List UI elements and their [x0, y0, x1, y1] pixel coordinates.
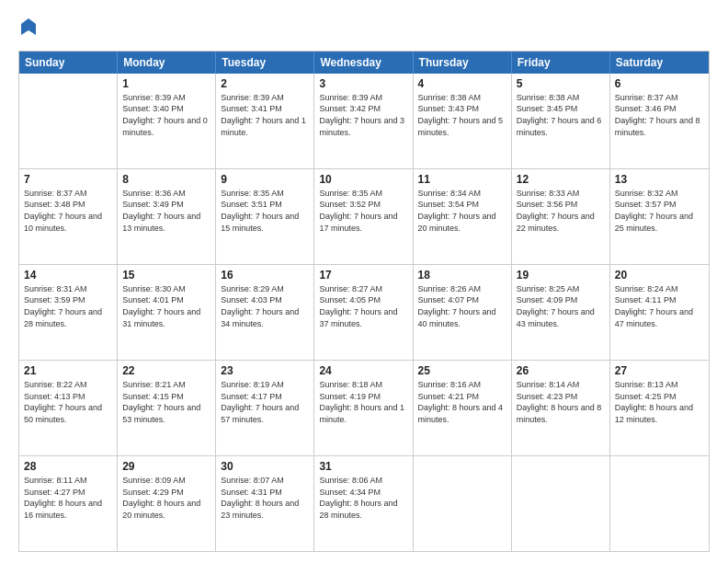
day-number: 15 — [122, 269, 210, 282]
weekday-header-sunday: Sunday — [19, 52, 118, 74]
cell-info: Sunrise: 8:27 AM Sunset: 4:05 PM Dayligh… — [319, 283, 407, 329]
calendar-cell-7: 7Sunrise: 8:37 AM Sunset: 3:48 PM Daylig… — [19, 169, 118, 264]
calendar-cell-13: 13Sunrise: 8:32 AM Sunset: 3:57 PM Dayli… — [610, 169, 709, 264]
calendar-row-1: 7Sunrise: 8:37 AM Sunset: 3:48 PM Daylig… — [19, 168, 709, 264]
calendar-cell-18: 18Sunrise: 8:26 AM Sunset: 4:07 PM Dayli… — [414, 265, 512, 360]
cell-info: Sunrise: 8:37 AM Sunset: 3:46 PM Dayligh… — [615, 92, 704, 138]
cell-info: Sunrise: 8:06 AM Sunset: 4:34 PM Dayligh… — [319, 475, 407, 521]
day-number: 31 — [319, 460, 407, 473]
calendar-cell-9: 9Sunrise: 8:35 AM Sunset: 3:51 PM Daylig… — [216, 169, 314, 264]
day-number: 24 — [319, 364, 407, 377]
day-number: 10 — [319, 173, 407, 186]
day-number: 13 — [615, 173, 704, 186]
calendar-cell-16: 16Sunrise: 8:29 AM Sunset: 4:03 PM Dayli… — [216, 265, 314, 360]
calendar-cell-17: 17Sunrise: 8:27 AM Sunset: 4:05 PM Dayli… — [314, 265, 413, 360]
day-number: 1 — [122, 77, 210, 90]
page: SundayMondayTuesdayWednesdayThursdayFrid… — [0, 0, 728, 563]
calendar-header: SundayMondayTuesdayWednesdayThursdayFrid… — [19, 52, 709, 74]
calendar-cell-27: 27Sunrise: 8:13 AM Sunset: 4:25 PM Dayli… — [610, 361, 709, 455]
day-number: 8 — [122, 173, 210, 186]
logo-icon — [20, 17, 37, 37]
day-number: 12 — [517, 173, 605, 186]
calendar-cell-8: 8Sunrise: 8:36 AM Sunset: 3:49 PM Daylig… — [118, 169, 216, 264]
day-number: 9 — [221, 173, 309, 186]
calendar-cell-5: 5Sunrise: 8:38 AM Sunset: 3:45 PM Daylig… — [512, 74, 610, 168]
cell-info: Sunrise: 8:18 AM Sunset: 4:19 PM Dayligh… — [319, 379, 407, 425]
day-number: 2 — [221, 77, 309, 90]
calendar-cell-4: 4Sunrise: 8:38 AM Sunset: 3:43 PM Daylig… — [414, 74, 512, 168]
cell-info: Sunrise: 8:25 AM Sunset: 4:09 PM Dayligh… — [517, 283, 605, 329]
cell-info: Sunrise: 8:35 AM Sunset: 3:52 PM Dayligh… — [319, 188, 407, 234]
day-number: 26 — [517, 364, 605, 377]
calendar-cell-25: 25Sunrise: 8:16 AM Sunset: 4:21 PM Dayli… — [414, 361, 512, 455]
calendar-cell-19: 19Sunrise: 8:25 AM Sunset: 4:09 PM Dayli… — [512, 265, 610, 360]
cell-info: Sunrise: 8:34 AM Sunset: 3:54 PM Dayligh… — [418, 188, 506, 234]
cell-info: Sunrise: 8:35 AM Sunset: 3:51 PM Dayligh… — [221, 188, 309, 234]
cell-info: Sunrise: 8:13 AM Sunset: 4:25 PM Dayligh… — [615, 379, 704, 425]
calendar-cell-21: 21Sunrise: 8:22 AM Sunset: 4:13 PM Dayli… — [19, 361, 118, 455]
day-number: 28 — [24, 460, 112, 473]
calendar-cell-22: 22Sunrise: 8:21 AM Sunset: 4:15 PM Dayli… — [118, 361, 216, 455]
cell-info: Sunrise: 8:37 AM Sunset: 3:48 PM Dayligh… — [24, 188, 112, 234]
weekday-header-tuesday: Tuesday — [216, 52, 314, 74]
calendar-cell-3: 3Sunrise: 8:39 AM Sunset: 3:42 PM Daylig… — [314, 74, 413, 168]
calendar-cell-30: 30Sunrise: 8:07 AM Sunset: 4:31 PM Dayli… — [216, 456, 314, 551]
calendar-cell-empty-4-5 — [512, 456, 610, 551]
day-number: 3 — [319, 77, 407, 90]
calendar-cell-20: 20Sunrise: 8:24 AM Sunset: 4:11 PM Dayli… — [610, 265, 709, 360]
day-number: 11 — [418, 173, 506, 186]
cell-info: Sunrise: 8:21 AM Sunset: 4:15 PM Dayligh… — [122, 379, 210, 425]
calendar-cell-empty-4-6 — [610, 456, 709, 551]
cell-info: Sunrise: 8:09 AM Sunset: 4:29 PM Dayligh… — [122, 475, 210, 521]
cell-info: Sunrise: 8:26 AM Sunset: 4:07 PM Dayligh… — [418, 283, 506, 329]
day-number: 18 — [418, 269, 506, 282]
cell-info: Sunrise: 8:36 AM Sunset: 3:49 PM Dayligh… — [122, 188, 210, 234]
day-number: 27 — [615, 364, 704, 377]
calendar-cell-15: 15Sunrise: 8:30 AM Sunset: 4:01 PM Dayli… — [118, 265, 216, 360]
day-number: 19 — [517, 269, 605, 282]
day-number: 22 — [122, 364, 210, 377]
cell-info: Sunrise: 8:29 AM Sunset: 4:03 PM Dayligh… — [221, 283, 309, 329]
weekday-header-wednesday: Wednesday — [314, 52, 413, 74]
calendar-cell-11: 11Sunrise: 8:34 AM Sunset: 3:54 PM Dayli… — [414, 169, 512, 264]
day-number: 29 — [122, 460, 210, 473]
calendar-body: 1Sunrise: 8:39 AM Sunset: 3:40 PM Daylig… — [19, 74, 709, 551]
cell-info: Sunrise: 8:38 AM Sunset: 3:43 PM Dayligh… — [418, 92, 506, 138]
calendar-cell-26: 26Sunrise: 8:14 AM Sunset: 4:23 PM Dayli… — [512, 361, 610, 455]
header — [18, 17, 710, 41]
cell-info: Sunrise: 8:11 AM Sunset: 4:27 PM Dayligh… — [24, 475, 112, 521]
day-number: 16 — [221, 269, 309, 282]
day-number: 21 — [24, 364, 112, 377]
calendar-cell-12: 12Sunrise: 8:33 AM Sunset: 3:56 PM Dayli… — [512, 169, 610, 264]
day-number: 7 — [24, 173, 112, 186]
calendar-cell-10: 10Sunrise: 8:35 AM Sunset: 3:52 PM Dayli… — [314, 169, 413, 264]
day-number: 25 — [418, 364, 506, 377]
cell-info: Sunrise: 8:30 AM Sunset: 4:01 PM Dayligh… — [122, 283, 210, 329]
cell-info: Sunrise: 8:22 AM Sunset: 4:13 PM Dayligh… — [24, 379, 112, 425]
calendar-row-2: 14Sunrise: 8:31 AM Sunset: 3:59 PM Dayli… — [19, 264, 709, 360]
weekday-header-monday: Monday — [118, 52, 216, 74]
cell-info: Sunrise: 8:16 AM Sunset: 4:21 PM Dayligh… — [418, 379, 506, 425]
cell-info: Sunrise: 8:38 AM Sunset: 3:45 PM Dayligh… — [517, 92, 605, 138]
calendar-cell-24: 24Sunrise: 8:18 AM Sunset: 4:19 PM Dayli… — [314, 361, 413, 455]
logo — [18, 17, 37, 41]
day-number: 17 — [319, 269, 407, 282]
cell-info: Sunrise: 8:31 AM Sunset: 3:59 PM Dayligh… — [24, 283, 112, 329]
cell-info: Sunrise: 8:32 AM Sunset: 3:57 PM Dayligh… — [615, 188, 704, 234]
calendar: SundayMondayTuesdayWednesdayThursdayFrid… — [18, 51, 710, 552]
calendar-cell-empty-4-4 — [414, 456, 512, 551]
cell-info: Sunrise: 8:39 AM Sunset: 3:40 PM Dayligh… — [122, 92, 210, 138]
weekday-header-thursday: Thursday — [414, 52, 512, 74]
cell-info: Sunrise: 8:33 AM Sunset: 3:56 PM Dayligh… — [517, 188, 605, 234]
svg-marker-0 — [21, 18, 36, 35]
calendar-cell-6: 6Sunrise: 8:37 AM Sunset: 3:46 PM Daylig… — [610, 74, 709, 168]
day-number: 20 — [615, 269, 704, 282]
cell-info: Sunrise: 8:14 AM Sunset: 4:23 PM Dayligh… — [517, 379, 605, 425]
day-number: 30 — [221, 460, 309, 473]
day-number: 6 — [615, 77, 704, 90]
calendar-row-0: 1Sunrise: 8:39 AM Sunset: 3:40 PM Daylig… — [19, 74, 709, 168]
cell-info: Sunrise: 8:07 AM Sunset: 4:31 PM Dayligh… — [221, 475, 309, 521]
cell-info: Sunrise: 8:39 AM Sunset: 3:42 PM Dayligh… — [319, 92, 407, 138]
day-number: 4 — [418, 77, 506, 90]
day-number: 23 — [221, 364, 309, 377]
